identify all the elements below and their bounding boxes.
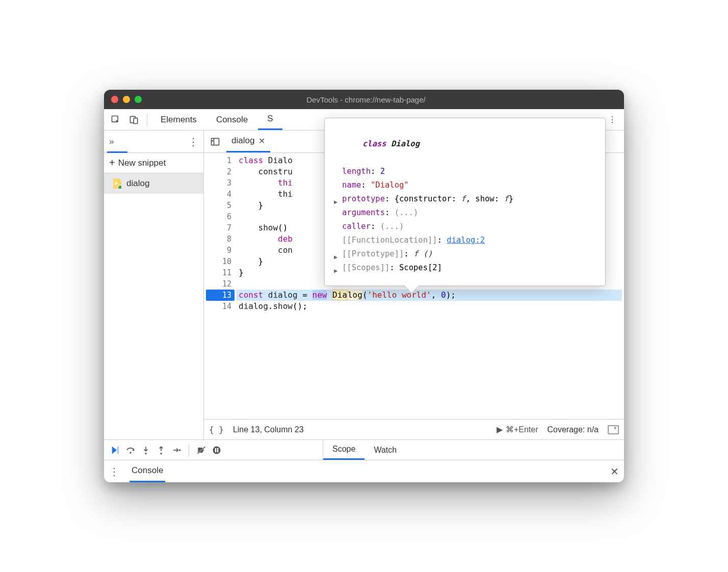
run-shortcut: ⌘+Enter — [506, 425, 538, 434]
step-into-button[interactable] — [141, 445, 151, 455]
snippet-name: dialog — [126, 178, 149, 189]
step-out-button[interactable] — [156, 445, 166, 455]
editor-options-icon[interactable] — [608, 425, 619, 434]
line-number[interactable]: 11 — [206, 267, 231, 278]
pause-on-exceptions-button[interactable] — [212, 445, 222, 455]
divider — [189, 444, 189, 456]
traffic-lights — [111, 96, 142, 103]
more-tabs-kebab-icon[interactable]: ⋮ — [604, 111, 621, 128]
close-drawer-icon[interactable]: ✕ — [610, 465, 619, 478]
line-number[interactable]: 10 — [206, 256, 231, 267]
svg-rect-4 — [117, 447, 119, 453]
line-number[interactable]: 14 — [206, 301, 231, 312]
resume-button[interactable] — [110, 445, 120, 455]
toggle-device-toolbar-icon[interactable] — [125, 111, 143, 128]
code-line[interactable]: const dialog = new Dialog('hello world',… — [237, 290, 622, 301]
new-snippet-label: New snippet — [118, 158, 166, 168]
tab-watch[interactable]: Watch — [365, 440, 406, 460]
popover-property[interactable]: ▶[[Scopes]]: Scopes[2] — [332, 261, 602, 275]
popover-property[interactable]: [[FunctionLocation]]: dialog:2 — [332, 233, 602, 247]
line-number[interactable]: 4 — [206, 189, 231, 200]
popover-property[interactable]: name: "Dialog" — [332, 178, 602, 192]
console-drawer: ⋮ Console ✕ — [104, 460, 624, 482]
popover-property[interactable]: ▶[[Prototype]]: f () — [332, 247, 602, 261]
svg-point-11 — [213, 446, 221, 454]
play-icon: ▶ — [497, 425, 503, 434]
line-number[interactable]: 2 — [206, 166, 231, 177]
drawer-kebab-icon[interactable]: ⋮ — [109, 465, 119, 478]
line-number[interactable]: 6 — [206, 211, 231, 222]
close-tab-icon[interactable]: ✕ — [258, 136, 265, 146]
navigator-toggle-icon[interactable] — [207, 134, 223, 150]
svg-point-5 — [129, 452, 131, 453]
expand-triangle-icon[interactable]: ▶ — [334, 264, 337, 278]
tab-sources[interactable]: S — [258, 109, 282, 130]
tab-scope[interactable]: Scope — [323, 440, 365, 460]
snippets-sidebar: » ⋮ + New snippet dialog — [104, 131, 204, 439]
divider — [147, 113, 147, 126]
svg-rect-2 — [134, 118, 138, 123]
cursor-position: Line 13, Column 23 — [233, 425, 487, 434]
editor-tab-dialog[interactable]: dialog ✕ — [226, 131, 270, 152]
line-number[interactable]: 8 — [206, 233, 231, 245]
svg-rect-13 — [217, 448, 219, 452]
run-snippet-button[interactable]: ▶ ⌘+Enter — [497, 425, 538, 434]
source-link[interactable]: dialog:2 — [447, 236, 485, 245]
svg-point-7 — [160, 453, 162, 454]
editor-tab-label: dialog — [231, 136, 254, 146]
code-line[interactable]: dialog.show(); — [239, 301, 622, 312]
popover-property[interactable]: caller: (...) — [332, 220, 602, 233]
tab-console[interactable]: Console — [207, 109, 257, 130]
sidebar-kebab-icon[interactable]: ⋮ — [188, 136, 198, 148]
debugger-controls — [104, 440, 323, 460]
debugger-row: Scope Watch — [104, 439, 624, 460]
debug-panel-tabs: Scope Watch — [323, 440, 406, 460]
svg-point-8 — [179, 449, 180, 451]
step-over-button[interactable] — [125, 445, 136, 455]
new-snippet-button[interactable]: + New snippet — [104, 153, 203, 173]
svg-rect-12 — [215, 448, 217, 452]
coverage-label: Coverage: n/a — [547, 425, 599, 434]
line-number[interactable]: 13 — [206, 290, 235, 301]
popover-property[interactable]: arguments: (...) — [332, 206, 602, 220]
snippet-file-icon — [113, 178, 121, 189]
pretty-print-button[interactable]: { } — [209, 425, 224, 434]
line-number[interactable]: 7 — [206, 222, 231, 233]
line-number[interactable]: 5 — [206, 200, 231, 211]
close-window-button[interactable] — [111, 96, 118, 103]
sidebar-tabs: » ⋮ — [104, 131, 203, 153]
toggle-element-inspector-icon[interactable] — [107, 111, 124, 128]
editor-footer: { } Line 13, Column 23 ▶ ⌘+Enter Coverag… — [204, 419, 624, 439]
popover-header: class Dialog — [332, 123, 602, 165]
line-gutter: 1234567891011121314 — [204, 153, 237, 419]
sidebar-overflow-icon[interactable]: » — [109, 137, 184, 147]
drawer-tab-console[interactable]: Console — [129, 460, 165, 482]
tab-elements[interactable]: Elements — [151, 109, 206, 130]
svg-point-6 — [145, 453, 146, 454]
line-number[interactable]: 1 — [206, 155, 231, 166]
deactivate-breakpoints-button[interactable] — [196, 445, 206, 455]
zoom-window-button[interactable] — [135, 96, 142, 103]
titlebar: DevTools - chrome://new-tab-page/ — [104, 90, 624, 109]
minimize-window-button[interactable] — [123, 96, 130, 103]
line-number[interactable]: 12 — [206, 278, 231, 290]
plus-icon: + — [109, 157, 115, 169]
popover-property[interactable]: length: 2 — [332, 165, 602, 178]
window-title: DevTools - chrome://new-tab-page/ — [142, 95, 590, 104]
snippet-item[interactable]: dialog — [104, 173, 203, 194]
line-number[interactable]: 3 — [206, 177, 231, 189]
object-preview-popover: class Dialog length: 2name: "Dialog"▶pro… — [324, 118, 606, 286]
step-button[interactable] — [171, 445, 181, 455]
popover-property[interactable]: ▶prototype: {constructor: f, show: f} — [332, 192, 602, 206]
devtools-window: DevTools - chrome://new-tab-page/ Elemen… — [104, 90, 624, 482]
line-number[interactable]: 9 — [206, 245, 231, 256]
